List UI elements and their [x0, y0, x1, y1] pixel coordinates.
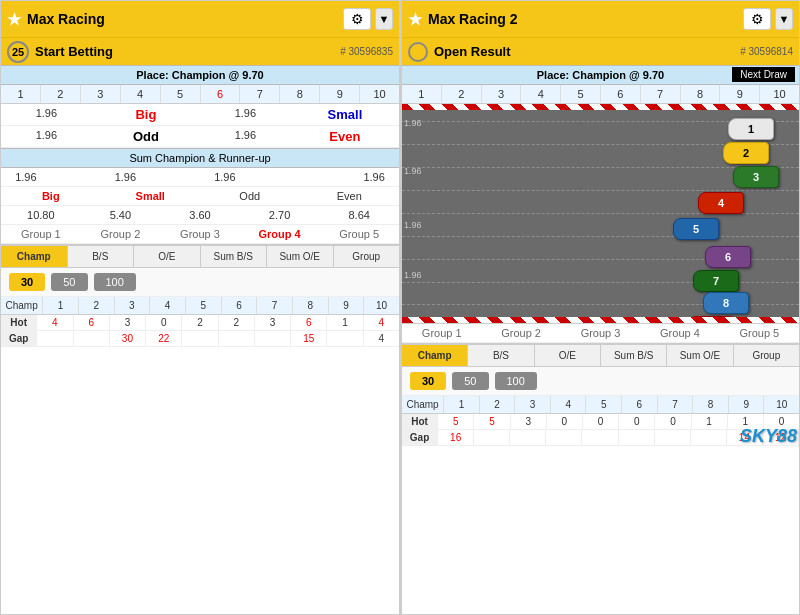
- rsg-2: Group 2: [481, 324, 560, 342]
- gear-button[interactable]: ⚙: [343, 8, 371, 30]
- rhot-10: 0: [764, 414, 799, 429]
- gap-6: [219, 331, 255, 346]
- tab-champ-left[interactable]: Champ: [1, 246, 68, 267]
- hot-9: 1: [327, 315, 363, 330]
- tab-sumbs-right[interactable]: Sum B/S: [601, 345, 667, 366]
- rnum-8: 8: [681, 85, 721, 103]
- tab-group-left[interactable]: Group: [334, 246, 400, 267]
- dropdown-button-right[interactable]: ▼: [775, 8, 793, 30]
- track-line-6: [402, 236, 799, 237]
- tab-group-right[interactable]: Group: [734, 345, 799, 366]
- track-pos-4: 1.96: [404, 270, 422, 280]
- left-header: ★ Max Racing ⚙ ▼: [1, 1, 399, 37]
- next-draw-button[interactable]: Next Draw: [732, 67, 795, 82]
- gap-2: [74, 331, 110, 346]
- bet-50-left[interactable]: 50: [51, 273, 87, 291]
- tab-sumoe-right[interactable]: Sum O/E: [667, 345, 733, 366]
- open-result-label: Open Result: [434, 44, 511, 59]
- num-4: 4: [121, 85, 161, 103]
- rth-9: 9: [329, 297, 365, 314]
- sum-odds-8: 1.96: [349, 168, 399, 186]
- left-hot-row: Hot 4 6 3 0 2 2 3 6 1 4: [1, 315, 399, 331]
- race-container: 1 2 3 4: [402, 104, 799, 323]
- left-header-right: ⚙ ▼: [343, 8, 393, 30]
- right-panel: ★ Max Racing 2 ⚙ ▼ Open Result # 3059681…: [400, 0, 800, 615]
- gap-4: 22: [146, 331, 182, 346]
- left-rt-header: Champ 1 2 3 4 5 6 7 8 9 10: [1, 297, 399, 315]
- rnum-7: 7: [641, 85, 681, 103]
- bet-100-right[interactable]: 100: [495, 372, 537, 390]
- rth-6: 6: [222, 297, 258, 314]
- odds-row-1: 1.96 Big 1.96 Small: [1, 104, 399, 126]
- tab-champ-right[interactable]: Champ: [402, 345, 468, 366]
- rsg-3: Group 3: [561, 324, 640, 342]
- sv-2: 5.40: [81, 206, 161, 224]
- right-numbers-row: 1 2 3 4 5 6 7 8 9 10: [402, 85, 799, 104]
- tab-oe-left[interactable]: O/E: [134, 246, 201, 267]
- num-7: 7: [240, 85, 280, 103]
- rgap-7: [655, 430, 691, 445]
- left-panel: ★ Max Racing ⚙ ▼ 25 Start Betting # 3059…: [0, 0, 400, 615]
- sv-4: 2.70: [240, 206, 320, 224]
- tab-bs-left[interactable]: B/S: [68, 246, 135, 267]
- rth-champ: Champ: [1, 297, 43, 314]
- rrth-5: 5: [586, 396, 622, 413]
- odds-1-96b: 1.96: [200, 104, 291, 125]
- hot-7: 3: [255, 315, 291, 330]
- sum-values-row: 10.80 5.40 3.60 2.70 8.64: [1, 206, 399, 225]
- rth-3: 3: [115, 297, 151, 314]
- tab-sumoe-left[interactable]: Sum O/E: [267, 246, 334, 267]
- rrth-10: 10: [764, 396, 799, 413]
- dropdown-button[interactable]: ▼: [375, 8, 393, 30]
- car-2: 2: [723, 142, 769, 164]
- rgap-1: 16: [438, 430, 474, 445]
- rth-4: 4: [150, 297, 186, 314]
- rhot-5: 0: [583, 414, 619, 429]
- tab-bs-right[interactable]: B/S: [468, 345, 534, 366]
- sum-odds-6: [250, 168, 300, 186]
- tab-sumbs-left[interactable]: Sum B/S: [201, 246, 268, 267]
- track-pos-3: 1.96: [404, 220, 422, 230]
- car-9: 9: [688, 316, 734, 317]
- rrth-8: 8: [693, 396, 729, 413]
- right-rt-header: Champ 1 2 3 4 5 6 7 8 9 10: [402, 396, 799, 414]
- rth-10: 10: [364, 297, 399, 314]
- rth-7: 7: [257, 297, 293, 314]
- right-bet-amounts: 30 50 100: [402, 367, 799, 396]
- num-1: 1: [1, 85, 41, 103]
- car-5: 5: [673, 218, 719, 240]
- gap-8: 15: [291, 331, 327, 346]
- tab-oe-right[interactable]: O/E: [535, 345, 601, 366]
- right-gap-row: Gap 16 14 12 SKY88: [402, 430, 799, 446]
- sum-labels-row: Big Small Odd Even: [1, 187, 399, 206]
- rgap-6: [619, 430, 655, 445]
- bet-30-left[interactable]: 30: [9, 273, 45, 291]
- odds-1-96d: 1.96: [200, 126, 291, 147]
- start-betting-button[interactable]: Start Betting: [35, 44, 113, 59]
- odd-label: Odd: [92, 126, 200, 147]
- car-7-num: 7: [713, 275, 719, 287]
- rgap-10: 12: [763, 430, 799, 445]
- rrth-6: 6: [622, 396, 658, 413]
- right-place-bar: Place: Champion @ 9.70 Next Draw: [402, 65, 799, 85]
- rnum-3: 3: [482, 85, 522, 103]
- hot-8: 6: [291, 315, 327, 330]
- num-8: 8: [280, 85, 320, 103]
- bet-50-right[interactable]: 50: [452, 372, 488, 390]
- car-3-num: 3: [753, 171, 759, 183]
- car-6-num: 6: [725, 251, 731, 263]
- gear-button-right[interactable]: ⚙: [743, 8, 771, 30]
- rnum-9: 9: [720, 85, 760, 103]
- left-sub-header: 25 Start Betting # 30596835: [1, 37, 399, 65]
- sum-even: Even: [300, 187, 400, 205]
- bet-100-left[interactable]: 100: [94, 273, 136, 291]
- bet-30-right[interactable]: 30: [410, 372, 446, 390]
- rhot-3: 3: [511, 414, 547, 429]
- left-bet-amounts: 30 50 100: [1, 268, 399, 297]
- car-4-num: 4: [718, 197, 724, 209]
- sum-odds-row: 1.96 1.96 1.96 1.96: [1, 168, 399, 187]
- sv-1: 10.80: [1, 206, 81, 224]
- rrth-7: 7: [658, 396, 694, 413]
- right-title-text: Max Racing 2: [428, 11, 517, 27]
- sum-section-label: Sum Champion & Runner-up: [129, 152, 270, 164]
